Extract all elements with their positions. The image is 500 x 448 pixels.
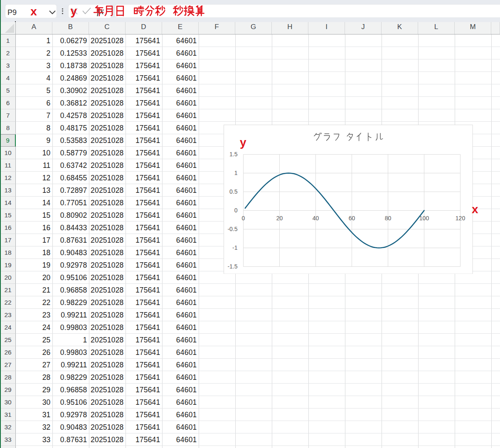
- svg-text:1.5: 1.5: [229, 151, 238, 158]
- svg-text:0: 0: [234, 207, 238, 214]
- svg-text:-1: -1: [232, 244, 238, 251]
- svg-text:80: 80: [385, 214, 392, 221]
- svg-text:0.5: 0.5: [229, 188, 238, 195]
- svg-text:40: 40: [313, 214, 319, 221]
- svg-text:60: 60: [349, 214, 355, 221]
- svg-text:0: 0: [242, 214, 245, 221]
- svg-text:20: 20: [276, 214, 283, 221]
- svg-text:120: 120: [456, 214, 466, 221]
- svg-text:1: 1: [234, 170, 238, 176]
- svg-text:-1.5: -1.5: [227, 263, 237, 270]
- svg-text:-0.5: -0.5: [227, 226, 237, 232]
